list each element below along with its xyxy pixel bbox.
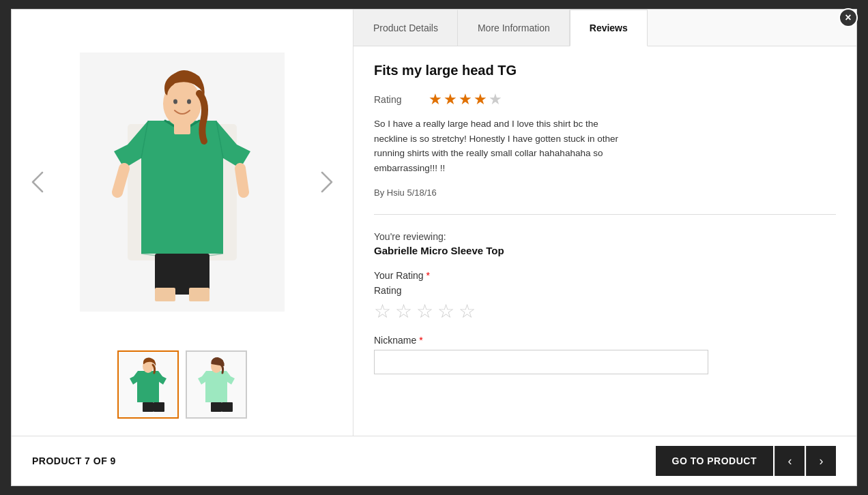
tab-reviews[interactable]: Reviews xyxy=(570,10,648,46)
modal-footer: PRODUCT 7 OF 9 GO TO PRODUCT ‹ › xyxy=(12,436,856,485)
tab-content-reviews: Fits my large head TG Rating ★ ★ ★ ★ ★ xyxy=(353,46,856,436)
review-divider xyxy=(374,214,836,215)
svg-rect-13 xyxy=(222,402,233,412)
image-next-arrow[interactable] xyxy=(315,170,339,194)
content-section: Product Details More Information Reviews… xyxy=(353,10,856,436)
svg-rect-4 xyxy=(174,121,190,134)
svg-point-2 xyxy=(173,99,177,104)
rating-star-4[interactable]: ☆ xyxy=(437,300,454,322)
tab-more-information[interactable]: More Information xyxy=(458,10,570,46)
go-to-product-button[interactable]: GO TO PRODUCT xyxy=(656,446,773,476)
footer-next-button[interactable]: › xyxy=(806,446,836,476)
star-2: ★ xyxy=(444,91,457,108)
review-rating-row: Rating ★ ★ ★ ★ ★ xyxy=(374,91,836,108)
review-body: So I have a really large head and I love… xyxy=(374,117,836,198)
rating-star-2[interactable]: ☆ xyxy=(395,300,412,322)
main-product-image xyxy=(80,52,285,312)
required-marker: * xyxy=(426,270,430,281)
your-rating-group: Your Rating * Rating ☆ ☆ ☆ ☆ ☆ xyxy=(374,270,836,322)
review-stars: ★ ★ ★ ★ ★ xyxy=(429,91,502,108)
footer-prev-button[interactable]: ‹ xyxy=(775,446,805,476)
svg-rect-9 xyxy=(143,402,154,412)
star-1: ★ xyxy=(429,91,442,108)
rating-sublabel: Rating xyxy=(374,285,836,296)
product-counter: PRODUCT 7 OF 9 xyxy=(32,455,116,466)
thumbnail-2[interactable] xyxy=(186,350,247,419)
thumbnails xyxy=(114,347,250,422)
reviewing-product: Gabrielle Micro Sleeve Top xyxy=(374,245,836,256)
svg-rect-10 xyxy=(154,402,164,412)
star-5: ★ xyxy=(489,91,502,108)
nickname-label: Nickname * xyxy=(374,335,836,346)
footer-nav: GO TO PRODUCT ‹ › xyxy=(656,446,836,476)
rating-star-3[interactable]: ☆ xyxy=(416,300,433,322)
rating-star-1[interactable]: ☆ xyxy=(374,300,391,322)
your-rating-label: Your Rating * xyxy=(374,270,836,281)
footer-next-icon: › xyxy=(820,454,824,468)
star-4: ★ xyxy=(474,91,487,108)
review-text: So I have a really large head and I love… xyxy=(374,117,633,175)
rating-label: Rating xyxy=(374,94,415,105)
modal-overlay: × xyxy=(0,0,868,495)
reviewing-label: You're reviewing: xyxy=(374,231,836,242)
svg-rect-7 xyxy=(189,288,209,301)
svg-rect-6 xyxy=(155,288,175,301)
tabs: Product Details More Information Reviews xyxy=(353,10,856,46)
rating-star-5[interactable]: ☆ xyxy=(459,300,476,322)
review-author: By Hsiu 5/18/16 xyxy=(374,188,836,198)
svg-rect-12 xyxy=(211,402,222,412)
star-3: ★ xyxy=(459,91,472,108)
footer-prev-icon: ‹ xyxy=(788,454,792,468)
rating-stars-input: ☆ ☆ ☆ ☆ ☆ xyxy=(374,300,836,322)
review-text-area: So I have a really large head and I love… xyxy=(374,117,836,198)
image-section xyxy=(12,10,353,436)
modal: × xyxy=(11,9,857,486)
svg-point-3 xyxy=(187,99,191,104)
nickname-group: Nickname * xyxy=(374,335,836,374)
image-prev-arrow[interactable] xyxy=(25,170,50,194)
modal-body: Product Details More Information Reviews… xyxy=(12,10,856,436)
review-title: Fits my large head TG xyxy=(374,63,836,78)
nickname-required: * xyxy=(419,335,422,346)
thumbnail-1[interactable] xyxy=(117,350,179,419)
tab-product-details[interactable]: Product Details xyxy=(353,10,458,46)
nickname-input[interactable] xyxy=(374,350,708,374)
main-image-container xyxy=(25,23,339,340)
close-button[interactable]: × xyxy=(839,8,858,27)
